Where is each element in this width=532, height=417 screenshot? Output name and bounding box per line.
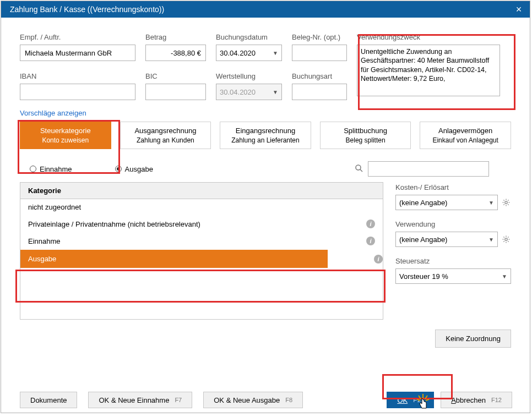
- pill-ausgangsrechnung[interactable]: AusgangsrechnungZahlung an Kunden: [120, 122, 211, 149]
- radio-einnahme[interactable]: Einnahme: [30, 165, 72, 173]
- svg-line-9: [508, 200, 508, 200]
- info-icon[interactable]: i: [366, 220, 375, 228]
- chevron-down-icon: ▼: [273, 89, 278, 95]
- search-input[interactable]: [368, 161, 489, 177]
- svg-line-16: [503, 237, 504, 237]
- chevron-down-icon: ▼: [502, 273, 507, 279]
- pill-splittbuchung[interactable]: SplittbuchungBeleg splitten: [320, 122, 411, 149]
- close-icon[interactable]: ×: [508, 1, 530, 18]
- svg-point-11: [505, 238, 507, 240]
- svg-point-0: [356, 165, 361, 170]
- svg-line-7: [503, 200, 504, 200]
- gear-icon[interactable]: [501, 234, 511, 244]
- steuersatz-label: Steuersatz: [395, 257, 511, 265]
- beleg-label: Beleg-Nr. (opt.): [292, 33, 347, 41]
- svg-point-2: [505, 201, 507, 204]
- svg-line-8: [508, 204, 508, 205]
- pill-eingangsrechnung[interactable]: EingangsrechnungZahlung an Lieferanten: [220, 122, 311, 149]
- buchungsdatum-label: Buchungsdatum: [216, 33, 282, 41]
- iban-input[interactable]: [20, 84, 135, 100]
- radio-ausgabe[interactable]: Ausgabe: [115, 165, 153, 173]
- verwendung-label: Verwendung: [395, 220, 511, 228]
- window-title: Zahlung Bank / Kasse ((Verrechnungskonto…: [10, 5, 164, 14]
- zweck-textarea[interactable]: [357, 45, 500, 96]
- wertstellung-label: Wertstellung: [216, 72, 282, 80]
- category-table: Kategorie nicht zugeordnet Privateinlage…: [20, 182, 383, 320]
- ok-button[interactable]: OKF11: [387, 392, 434, 408]
- cat-row-ausgabe[interactable]: Ausgabe i: [20, 250, 383, 268]
- chevron-down-icon: ▼: [273, 50, 278, 56]
- buchungsdatum-select[interactable]: 30.04.2020▼: [216, 45, 282, 61]
- svg-line-19: [503, 241, 504, 242]
- buchungsart-input[interactable]: [292, 84, 347, 100]
- svg-line-10: [503, 204, 504, 205]
- title-bar: Zahlung Bank / Kasse ((Verrechnungskonto…: [1, 1, 530, 18]
- info-icon[interactable]: i: [366, 237, 375, 245]
- verwendung-select[interactable]: (keine Angabe)▼: [395, 232, 498, 247]
- kostenart-label: Kosten-/ Erlösart: [395, 183, 511, 191]
- svg-line-1: [360, 169, 362, 172]
- empf-label: Empf. / Auftr.: [20, 33, 135, 41]
- chevron-down-icon: ▼: [488, 237, 494, 243]
- bic-label: BIC: [145, 72, 206, 80]
- kostenart-select[interactable]: (keine Angabe)▼: [395, 195, 498, 210]
- chevron-down-icon: ▼: [488, 200, 494, 206]
- cat-row-privateinlage[interactable]: Privateinlage / Privatentnahme (nicht be…: [20, 216, 383, 233]
- gear-icon[interactable]: [501, 197, 511, 207]
- betrag-label: Betrag: [145, 33, 206, 41]
- betrag-input[interactable]: [145, 45, 206, 61]
- keine-zuordnung-button[interactable]: Keine Zuordnung: [435, 330, 511, 348]
- zweck-label: Verwendungszweck: [357, 33, 500, 41]
- bic-input[interactable]: [145, 84, 206, 100]
- svg-line-18: [508, 237, 508, 237]
- beleg-input[interactable]: [292, 45, 347, 61]
- info-icon[interactable]: i: [374, 255, 383, 264]
- vorschlaege-link[interactable]: Vorschläge anzeigen: [20, 109, 511, 117]
- search-icon[interactable]: [355, 164, 363, 174]
- cat-row-einnahme[interactable]: Einnahmei: [20, 233, 383, 250]
- iban-label: IBAN: [20, 72, 135, 80]
- svg-line-17: [508, 241, 508, 242]
- pill-steuerkategorie[interactable]: SteuerkategorieKonto zuweisen: [20, 122, 111, 149]
- empf-input[interactable]: [20, 45, 135, 61]
- ok-neue-einnahme-button[interactable]: OK & Neue EinnahmeF7: [88, 392, 192, 408]
- ok-neue-ausgabe-button[interactable]: OK & Neue AusgabeF8: [203, 392, 303, 408]
- pill-anlagevermoegen[interactable]: AnlagevermögenEinkauf von Anlagegut: [420, 122, 511, 149]
- buchungsart-label: Buchungsart: [292, 72, 347, 80]
- wertstellung-select: 30.04.2020▼: [216, 84, 282, 100]
- steuersatz-select[interactable]: Vorsteuer 19 %▼: [395, 268, 511, 284]
- category-header: Kategorie: [20, 183, 383, 199]
- dokumente-button[interactable]: Dokumente: [20, 392, 77, 408]
- abbrechen-button[interactable]: AbbrechenF12: [441, 392, 512, 408]
- cat-row-nicht-zugeordnet[interactable]: nicht zugeordnet: [20, 199, 383, 216]
